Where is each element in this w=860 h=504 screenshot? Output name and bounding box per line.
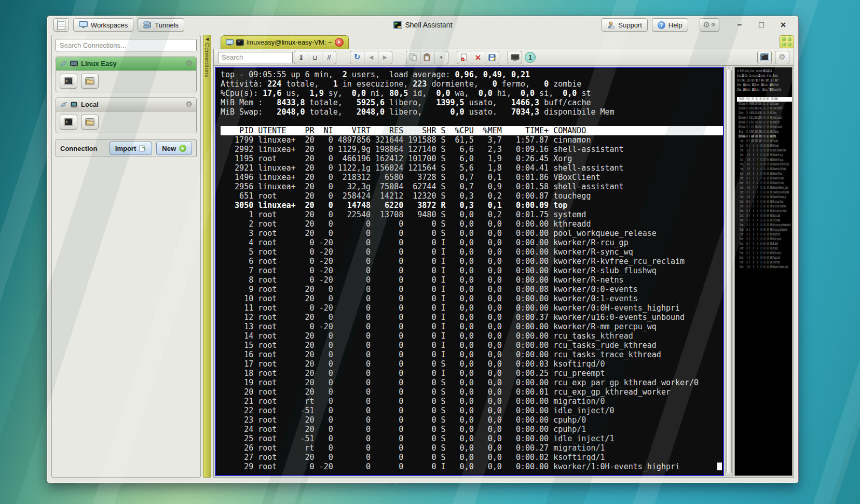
regex-toggle[interactable]: // [322, 51, 336, 64]
terminal-settings-button[interactable]: ⚙ [775, 51, 789, 64]
tunnels-button[interactable]: Tunnels [138, 18, 184, 32]
match-case-toggle[interactable]: ↨ [294, 51, 308, 64]
group-header-local[interactable]: Local ⚙ [56, 98, 196, 111]
refresh-icon: ↻ [354, 53, 361, 61]
connection-label: Connection [60, 145, 105, 152]
clipboard-menu-button[interactable]: ▾ [434, 51, 448, 64]
terminal-cursor [717, 463, 722, 470]
group-body-local [56, 111, 196, 133]
monitor-icon [79, 21, 88, 29]
refresh-button[interactable]: ↻ [350, 51, 364, 64]
import-icon [139, 145, 146, 152]
workspaces-button[interactable]: Workspaces [73, 18, 133, 32]
plug-icon [60, 61, 67, 67]
new-label: New [162, 145, 176, 152]
new-connection-button[interactable]: New + [156, 142, 192, 155]
minimap-content: top - 09:05:55 up 6 min, 2 users, load a… [737, 69, 793, 270]
fullscreen-terminal-button[interactable] [508, 51, 522, 64]
split-view-grid-button[interactable] [780, 35, 794, 48]
terminal-toolbar: ↨ ⊔ // ↻ ◀ ▶ ▾ [213, 49, 794, 66]
connection-group-linux-easy: Linux Easy ⚙ [56, 57, 197, 92]
terminal-minimap[interactable]: top - 09:05:55 up 6 min, 2 users, load a… [734, 67, 793, 476]
workspaces-label: Workspaces [91, 21, 128, 29]
settings-button[interactable]: ⚙⚙ [700, 18, 719, 32]
terminal-icon [64, 77, 73, 85]
find-previous-button[interactable]: ◀ [364, 51, 378, 64]
folder-icon [85, 118, 94, 126]
close-session-button[interactable]: × [471, 51, 485, 64]
laptop-icon [70, 102, 78, 108]
titlebar-right-buttons: Support ? Help ⚙⚙ – □ × [602, 18, 792, 32]
connections-strip-label: Connections [204, 43, 210, 78]
terminal-icon [236, 39, 244, 46]
open-terminal-button[interactable] [60, 74, 77, 89]
terminal-region: top - 09:05:55 up 6 min, 2 users, load a… [213, 66, 794, 478]
clear-terminal-button[interactable] [457, 51, 471, 64]
copy-button[interactable] [406, 51, 420, 64]
terminal-scrollbar[interactable] [725, 67, 733, 476]
gears-icon: ⚙ [703, 21, 710, 29]
desktop: Workspaces Tunnels Shell Assistant Suppo… [0, 0, 860, 504]
session-count-badge: 1 [525, 52, 536, 63]
document-button[interactable] [53, 18, 69, 32]
minimize-button[interactable]: – [731, 20, 748, 30]
gears-icon: ⚙ [779, 53, 785, 61]
terminal-panel: linuxeasy@linux-easy-VM: ~ × ↨ ⊔ // ↻ ◀ … [213, 35, 794, 478]
group-name: Local [81, 101, 99, 108]
group-settings-icon[interactable]: ⚙ [186, 60, 193, 67]
folder-icon [85, 77, 94, 85]
plug-icon [60, 102, 67, 108]
import-connection-button[interactable]: Import [110, 142, 152, 155]
search-options-group: ↨ ⊔ // [294, 51, 336, 64]
toolbar-right-buttons: ⚙ [757, 51, 789, 64]
search-nav-group: ↻ ◀ ▶ [350, 51, 392, 64]
help-button[interactable]: ? Help [652, 18, 688, 32]
app-title: Shell Assistant [405, 21, 452, 29]
app-icon [393, 21, 402, 29]
open-terminal-button[interactable] [60, 115, 77, 130]
search-connections-input[interactable] [56, 39, 197, 51]
window-title: Shell Assistant [393, 21, 452, 29]
whole-word-toggle[interactable]: ⊔ [308, 51, 322, 64]
monitor-small-icon [70, 61, 78, 67]
chevron-down-icon: ▾ [440, 55, 442, 60]
terminal-screen[interactable]: top - 09:05:55 up 6 min, 2 users, load a… [215, 67, 724, 476]
maximize-button[interactable]: □ [753, 20, 770, 30]
terminal-output[interactable]: top - 09:05:55 up 6 min, 2 users, load a… [216, 68, 723, 471]
monitor-gray-icon [511, 54, 520, 61]
terminal-search-input[interactable] [218, 52, 293, 63]
clipboard-group: ▾ [406, 51, 448, 64]
titlebar-left-buttons: Workspaces Tunnels [53, 18, 184, 32]
open-file-browser-button[interactable] [81, 115, 99, 130]
group-header-linux-easy[interactable]: Linux Easy ⚙ [56, 57, 196, 71]
new-terminal-window-button[interactable] [757, 51, 772, 64]
save-floppy-icon [488, 54, 496, 61]
terminal-window-icon [760, 53, 769, 61]
tab-active-session[interactable]: linuxeasy@linux-easy-VM: ~ × [221, 35, 349, 49]
gears-small-icon: ⚙ [711, 22, 716, 27]
tunnels-icon [143, 21, 152, 29]
group-name: Linux Easy [81, 60, 117, 67]
paste-button[interactable] [420, 51, 434, 64]
display-group [508, 51, 522, 64]
open-file-browser-button[interactable] [81, 74, 99, 89]
tunnels-label: Tunnels [155, 21, 179, 29]
save-button[interactable] [485, 51, 499, 64]
titlebar: Workspaces Tunnels Shell Assistant Suppo… [47, 16, 798, 34]
collapse-arrow-icon: ◀ [203, 37, 211, 41]
support-label: Support [618, 21, 642, 29]
terminal-icon [64, 118, 73, 126]
support-button[interactable]: Support [602, 18, 648, 32]
group-settings-icon[interactable]: ⚙ [186, 101, 193, 108]
arrow-right-icon: ▶ [383, 54, 387, 60]
help-icon: ? [658, 21, 665, 29]
connection-actions-row: Connection Import New + [56, 139, 197, 157]
support-person-icon [607, 21, 615, 29]
monitor-icon [226, 39, 234, 46]
connections-sidebar: Linux Easy ⚙ Local ⚙ [51, 35, 201, 478]
close-button[interactable]: × [774, 20, 792, 31]
tab-close-button[interactable]: × [335, 38, 344, 47]
connections-strip-tab[interactable]: ◀ Connections [203, 35, 211, 478]
scrollbar-thumb[interactable] [726, 68, 732, 474]
find-next-button[interactable]: ▶ [378, 51, 392, 64]
